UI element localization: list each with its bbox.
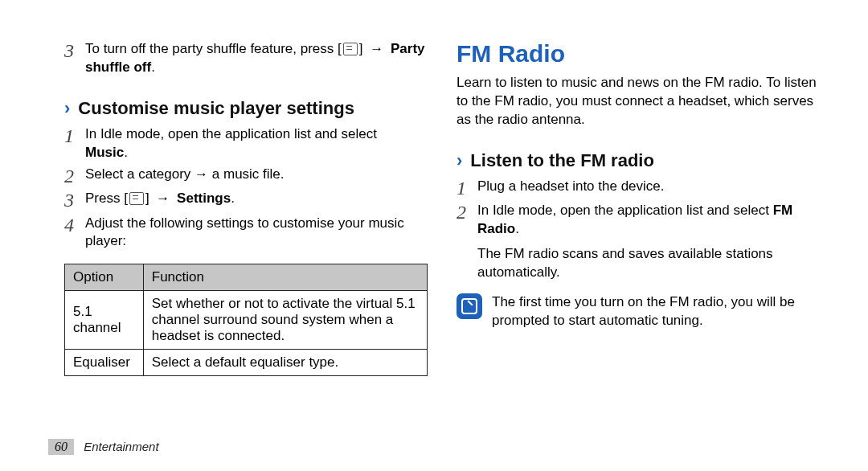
table-header-row: Option Function bbox=[65, 264, 428, 291]
step-text: In Idle mode, open the application list … bbox=[477, 202, 820, 239]
page-number: 60 bbox=[48, 439, 74, 455]
subheading-text: Listen to the FM radio bbox=[470, 150, 654, 171]
left-step1: 1 In Idle mode, open the application lis… bbox=[64, 125, 428, 162]
arrow: → bbox=[366, 41, 387, 56]
intro-paragraph: Learn to listen to music and news on the… bbox=[457, 74, 820, 129]
left-step2: 2 Select a category → a music file. bbox=[64, 166, 428, 186]
step-text: Press [] → Settings. bbox=[85, 190, 428, 208]
table-cell-function: Select a default equaliser type. bbox=[143, 350, 427, 376]
note-icon bbox=[457, 293, 482, 319]
text: . bbox=[515, 221, 519, 236]
settings-table: Option Function 5.1 channel Set whether … bbox=[64, 264, 428, 376]
text: . bbox=[231, 190, 235, 206]
note-block: The first time you turn on the FM radio,… bbox=[457, 293, 820, 330]
page-footer: 60 Entertainment bbox=[48, 439, 159, 455]
left-step3: 3 Press [] → Settings. bbox=[64, 190, 428, 211]
left-column: 3 To turn off the party shuffle feature,… bbox=[64, 40, 428, 376]
subheading-text: Customise music player settings bbox=[78, 98, 354, 119]
text: To turn off the party shuffle feature, p… bbox=[85, 41, 342, 56]
menu-icon bbox=[129, 192, 144, 205]
step-number: 2 bbox=[457, 202, 477, 223]
left-step4: 4 Adjust the following settings to custo… bbox=[64, 215, 428, 252]
bold-text: Party bbox=[391, 41, 425, 56]
note-text: The first time you turn on the FM radio,… bbox=[492, 293, 820, 330]
arrow: → bbox=[153, 190, 173, 206]
text: . bbox=[151, 59, 155, 75]
right-column: FM Radio Learn to listen to music and ne… bbox=[457, 40, 820, 376]
step-number: 1 bbox=[457, 178, 477, 199]
table-header-function: Function bbox=[143, 264, 427, 291]
step-text: Plug a headset into the device. bbox=[477, 178, 820, 196]
chevron-icon: › bbox=[457, 150, 462, 171]
step-number: 2 bbox=[64, 166, 85, 186]
table-cell-function: Set whether or not to activate the virtu… bbox=[143, 291, 427, 350]
text: ] bbox=[145, 190, 153, 206]
subheading-customise: › Customise music player settings bbox=[64, 98, 428, 119]
section-name: Entertainment bbox=[84, 440, 158, 453]
table-row: Equaliser Select a default equaliser typ… bbox=[65, 350, 428, 376]
page-content: 3 To turn off the party shuffle feature,… bbox=[0, 0, 868, 376]
right-step1: 1 Plug a headset into the device. bbox=[457, 178, 820, 199]
step-number: 3 bbox=[64, 40, 85, 61]
step-text: Adjust the following settings to customi… bbox=[85, 215, 428, 252]
chevron-icon: › bbox=[64, 98, 70, 119]
text: . bbox=[124, 145, 128, 160]
bold-text: shuffle off bbox=[85, 59, 151, 75]
text: Press [ bbox=[85, 190, 128, 206]
bold-text: Music bbox=[85, 145, 124, 160]
step-number: 1 bbox=[64, 125, 85, 146]
text: ] bbox=[359, 41, 366, 56]
text: In Idle mode, open the application list … bbox=[477, 203, 773, 218]
step-text: To turn off the party shuffle feature, p… bbox=[85, 40, 428, 77]
step-text: Select a category → a music file. bbox=[85, 166, 428, 184]
section-title-fm-radio: FM Radio bbox=[457, 40, 820, 68]
subheading-listen: › Listen to the FM radio bbox=[457, 150, 820, 171]
text: In Idle mode, open the application list … bbox=[85, 126, 377, 141]
left-top-step3: 3 To turn off the party shuffle feature,… bbox=[64, 40, 428, 77]
right-step2: 2 In Idle mode, open the application lis… bbox=[457, 202, 820, 239]
step-number: 4 bbox=[64, 215, 85, 236]
table-cell-option: Equaliser bbox=[65, 350, 144, 376]
step-number: 3 bbox=[64, 190, 85, 211]
table-row: 5.1 channel Set whether or not to activa… bbox=[65, 291, 428, 350]
step2-continuation: The FM radio scans and saves available s… bbox=[477, 245, 820, 282]
table-header-option: Option bbox=[65, 264, 144, 291]
menu-icon bbox=[343, 43, 358, 55]
step-text: In Idle mode, open the application list … bbox=[85, 125, 428, 162]
bold-text: Settings bbox=[177, 190, 231, 206]
table-cell-option: 5.1 channel bbox=[65, 291, 144, 350]
